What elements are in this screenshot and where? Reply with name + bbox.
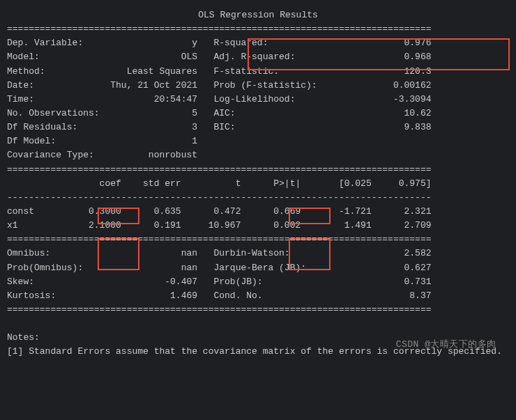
rule: ========================================… [7, 163, 509, 177]
title: OLS Regression Results [7, 8, 509, 22]
summary-row: No. Observations: 5 AIC: 10.62 [7, 107, 509, 120]
coef-row: const 0.3000 0.635 0.472 0.669 -1.721 2.… [7, 205, 509, 219]
rule: ----------------------------------------… [7, 191, 509, 205]
diagnostics-block: Omnibus: nan Durbin-Watson: 2.582Prob(Om… [7, 247, 509, 303]
rule: ========================================… [7, 233, 509, 247]
rule: ========================================… [7, 303, 509, 317]
ols-output: OLS Regression Results =================… [7, 8, 509, 359]
watermark: CSDN @大晴天下的多肉 [396, 338, 496, 352]
summary-row: Df Model: 1 [7, 134, 509, 148]
summary-row: Method: Least Squares F-statistic: 120.3 [7, 65, 509, 79]
diagnostic-row: Kurtosis: 1.469 Cond. No. 8.37 [7, 289, 509, 303]
summary-row: Dep. Variable: y R-squared: 0.976 [7, 36, 509, 50]
rule: ========================================… [7, 22, 509, 36]
diagnostic-row: Prob(Omnibus): nan Jarque-Bera (JB): 0.6… [7, 261, 509, 275]
diagnostic-row: Skew: -0.407 Prob(JB): 0.731 [7, 275, 509, 289]
diagnostic-row: Omnibus: nan Durbin-Watson: 2.582 [7, 247, 509, 260]
coef-header: coef std err t P>|t| [0.025 0.975] [7, 177, 509, 191]
coef-row: x1 2.1000 0.191 10.967 0.002 1.491 2.709 [7, 219, 509, 233]
summary-row: Date: Thu, 21 Oct 2021 Prob (F-statistic… [7, 79, 509, 93]
coef-block: const 0.3000 0.635 0.472 0.669 -1.721 2.… [7, 205, 509, 233]
summary-row: Time: 20:54:47 Log-Likelihood: -3.3094 [7, 93, 509, 107]
summary-row: Df Residuals: 3 BIC: 9.838 [7, 120, 509, 134]
summary-row: Covariance Type: nonrobust [7, 148, 509, 162]
title-text: OLS Regression Results [198, 10, 318, 20]
summary-row: Model: OLS Adj. R-squared: 0.968 [7, 50, 509, 64]
summary-block: Dep. Variable: y R-squared: 0.976Model: … [7, 36, 509, 162]
blank [7, 317, 509, 331]
